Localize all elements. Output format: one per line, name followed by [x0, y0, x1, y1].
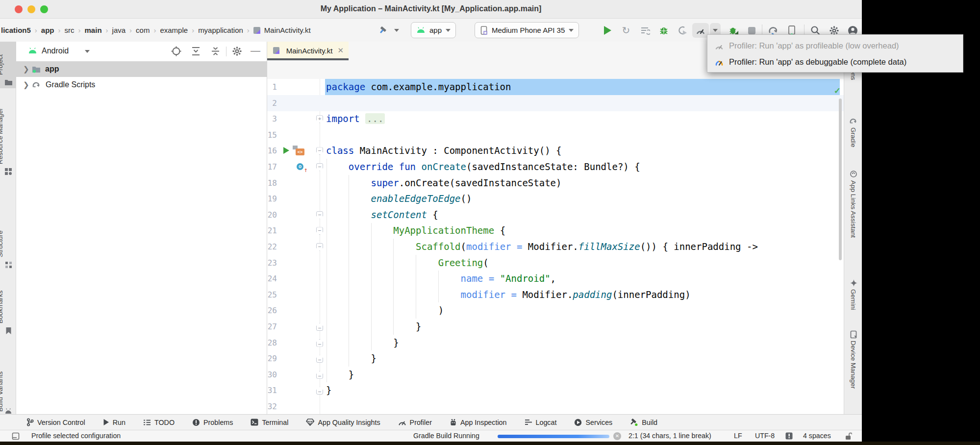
- editor-scrollbar[interactable]: [839, 99, 842, 260]
- code-text: }: [326, 319, 421, 335]
- breadcrumb-item-main[interactable]: main: [84, 26, 103, 34]
- stripe-item-structure[interactable]: Structure: [0, 230, 4, 257]
- device-select[interactable]: Medium Phone API 35: [475, 22, 579, 38]
- app-links-icon[interactable]: [849, 170, 858, 178]
- branch-icon: [26, 418, 34, 426]
- chevron-down-icon[interactable]: [392, 23, 401, 38]
- rerun-icon[interactable]: ↻: [620, 23, 632, 38]
- cancel-build-icon[interactable]: ✕: [613, 432, 621, 440]
- toolwindow-version-control[interactable]: Version Control: [26, 418, 85, 426]
- layout-icon[interactable]: [12, 432, 20, 440]
- stripe-item-project[interactable]: Project: [0, 54, 4, 75]
- code-text: }: [326, 367, 354, 383]
- stripe-item-build-variants[interactable]: Build Variants: [0, 371, 4, 412]
- title-bar: My Application – MainActivity.kt [My_App…: [0, 0, 862, 19]
- close-icon[interactable]: ✕: [337, 46, 344, 55]
- run-class-icon[interactable]: [283, 147, 289, 154]
- line-number: 24: [264, 271, 277, 287]
- fold-marker[interactable]: −: [316, 387, 323, 395]
- stripe-item-device-manager[interactable]: Device Manager: [849, 341, 857, 389]
- toolwindow-run[interactable]: Run: [103, 419, 126, 426]
- bookmark-icon[interactable]: [4, 326, 13, 335]
- toolwindow-label: App Quality Insights: [318, 419, 380, 426]
- toolwindow-services[interactable]: Services: [574, 419, 612, 426]
- locate-file-icon[interactable]: [171, 46, 181, 56]
- project-view-select[interactable]: Android: [42, 47, 69, 55]
- breadcrumb-item-myapplication[interactable]: myapplication: [197, 26, 244, 34]
- run-configuration-select[interactable]: app: [411, 22, 456, 38]
- toolwindow-logcat[interactable]: Logcat: [525, 419, 557, 426]
- breadcrumb-item-com[interactable]: com: [135, 26, 151, 34]
- hide-panel-icon[interactable]: —: [251, 45, 260, 56]
- profiler-icon[interactable]: [692, 23, 709, 38]
- compose-preview-icon[interactable]: <>: [293, 146, 304, 155]
- indent-setting[interactable]: 4 spaces: [803, 432, 831, 440]
- breadcrumb-item-java[interactable]: java: [111, 26, 127, 34]
- fold-marker[interactable]: −: [316, 243, 323, 251]
- run-button[interactable]: [601, 23, 614, 38]
- collapse-all-icon[interactable]: [210, 46, 221, 56]
- profiler-menu-item-1[interactable]: Profiler: Run 'app' as profileable (low …: [707, 38, 963, 54]
- structure-icon[interactable]: [4, 260, 13, 269]
- fold-marker[interactable]: −: [316, 227, 323, 235]
- gradle-icon[interactable]: [849, 117, 858, 125]
- profiler-menu-item-2[interactable]: Profiler: Run 'app' as debuggable (compl…: [707, 54, 963, 70]
- fold-marker[interactable]: −: [316, 355, 323, 363]
- code-line-17: 17o↑− override fun onCreate(savedInstanc…: [267, 159, 844, 175]
- folder-icon[interactable]: [4, 78, 13, 87]
- breadcrumb-item-lication5[interactable]: lication5: [0, 26, 32, 34]
- build-hammer-icon[interactable]: [376, 23, 390, 38]
- toolwindow-app-quality-insights[interactable]: App Quality Insights: [306, 419, 380, 426]
- code-line-26: 26 ): [267, 302, 844, 319]
- tree-row-app[interactable]: ❯app: [16, 61, 267, 77]
- toolwindow-todo[interactable]: TODO: [143, 419, 175, 426]
- inspections-ok-icon[interactable]: ✓: [834, 86, 841, 96]
- stripe-item-gemini[interactable]: Gemini: [849, 289, 857, 310]
- toolwindow-problems[interactable]: Problems: [192, 419, 233, 426]
- device-icon[interactable]: [849, 330, 858, 339]
- expand-all-icon[interactable]: [191, 46, 201, 56]
- caret-position[interactable]: 2:1 (34 chars, 1 line break): [628, 432, 711, 440]
- fold-marker[interactable]: +: [316, 115, 323, 123]
- stripe-item-bookmarks[interactable]: Bookmarks: [0, 290, 4, 323]
- toolwindow-terminal[interactable]: Terminal: [251, 419, 288, 426]
- debug-icon[interactable]: [657, 23, 671, 38]
- breadcrumb-item-app[interactable]: app: [40, 26, 55, 34]
- chevron-right-icon[interactable]: ❯: [23, 80, 32, 89]
- editor[interactable]: MainActivity.kt ✕ CodeSplitDesign 1packa…: [267, 42, 844, 414]
- fold-marker[interactable]: −: [316, 323, 323, 331]
- gemini-icon[interactable]: [849, 278, 858, 287]
- code-area[interactable]: 1package com.example.myapplication23+imp…: [267, 79, 844, 414]
- stripe-item-resource-manager[interactable]: Resource Manager: [0, 108, 4, 164]
- fold-marker[interactable]: −: [316, 147, 323, 155]
- apply-code-changes-icon[interactable]: [676, 23, 689, 38]
- breadcrumb-item-mainactivity-kt[interactable]: MainActivity.kt: [263, 26, 312, 34]
- code-line-24: 24 name = "Android",: [267, 271, 844, 287]
- file-encoding[interactable]: UTF-8: [755, 432, 775, 440]
- line-ending[interactable]: LF: [734, 432, 742, 440]
- code-line-15: 15: [267, 127, 844, 143]
- apply-changes-icon[interactable]: [638, 23, 652, 38]
- fold-marker[interactable]: −: [316, 211, 323, 219]
- toolwindow-app-inspection[interactable]: App Inspection: [450, 419, 507, 426]
- toolwindow-profiler[interactable]: Profiler: [398, 419, 432, 426]
- breadcrumb-item-example[interactable]: example: [159, 26, 189, 34]
- resource-manager-icon[interactable]: [4, 167, 13, 176]
- tab-label: MainActivity.kt: [286, 47, 333, 55]
- stripe-item-app-links-assistant[interactable]: App Links Assistant: [849, 180, 857, 238]
- chevron-right-icon[interactable]: ❯: [23, 65, 32, 74]
- breadcrumb-item-src[interactable]: src: [64, 26, 75, 34]
- unlock-icon[interactable]: [844, 432, 852, 440]
- toolwindow-build[interactable]: Build: [630, 418, 657, 426]
- tab-mainactivity[interactable]: MainActivity.kt ✕: [267, 42, 349, 59]
- fold-marker[interactable]: −: [316, 339, 323, 347]
- fold-marker[interactable]: −: [316, 371, 323, 379]
- notification-icon[interactable]: [785, 432, 793, 440]
- tree-row-gradle-scripts[interactable]: ❯Gradle Scripts: [16, 77, 267, 93]
- overriding-method-icon[interactable]: o↑: [297, 163, 308, 171]
- fold-marker[interactable]: −: [316, 163, 323, 171]
- panel-settings-icon[interactable]: [232, 46, 242, 56]
- chevron-down-icon[interactable]: [85, 50, 90, 53]
- chevron-down-icon: [446, 29, 451, 32]
- stripe-item-gradle[interactable]: Gradle: [849, 127, 857, 148]
